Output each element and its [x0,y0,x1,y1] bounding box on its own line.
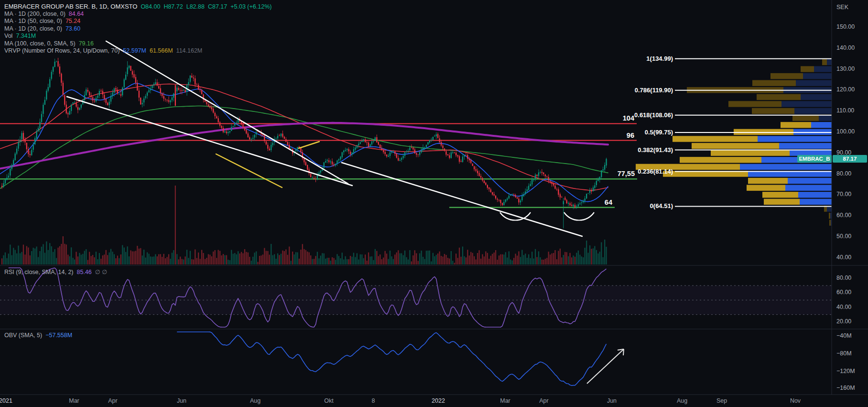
vrvp-down-volume-bar [764,199,800,205]
vrvp-up-volume-bar [785,185,832,191]
vrvp-up-volume-bar [811,122,832,128]
vrvp-up-volume-bar [796,80,832,86]
last-price-axis-badge[interactable]: 87.17 [833,155,867,163]
vrvp-down-volume-bar [781,122,811,128]
trendline [299,142,319,148]
vrvp-up-volume-bar [803,73,832,79]
vrvp-up-volume-bar [827,59,832,65]
obv-line [177,332,606,385]
down-candle-bodies [1,61,592,207]
vrvp-down-volume-bar [822,59,827,65]
up-candle-bodies [3,62,607,207]
vrvp-down-volume-bar [829,220,831,226]
vrvp-down-volume-bar [762,192,798,198]
vrvp-down-volume-bar [673,136,758,142]
trendline [106,41,348,184]
volume-down-bars [1,186,592,264]
down-candle-wicks [2,58,591,209]
trading-chart-app: 150.00140.00130.00120.00110.00100.0090.0… [0,0,868,407]
vrvp-up-volume-bar [781,101,832,107]
vrvp-up-volume-bar [798,192,832,198]
vrvp-up-volume-bar [794,108,832,114]
chart-canvas[interactable] [0,0,868,407]
vrvp-down-volume-bar [801,66,814,72]
vrvp-down-volume-bar [734,129,793,135]
vrvp-down-volume-bar [636,164,740,170]
rsi-band-fill [0,286,832,315]
vrvp-down-volume-bar [752,80,796,86]
vrvp-up-volume-bar [814,66,832,72]
vrvp-down-volume-bar [680,157,761,163]
trendline [342,163,582,236]
vrvp-down-volume-bar [747,185,785,191]
vrvp-down-volume-bar [829,213,830,219]
vrvp-up-volume-bar [793,129,832,135]
vrvp-up-volume-bar [801,94,832,100]
vrvp-up-volume-bar [788,178,832,184]
last-price-symbol-badge: EMBRAC_B [797,155,832,163]
ma20-line [0,83,608,201]
trendline [216,154,282,187]
vrvp-up-volume-bar [800,199,832,205]
vrvp-down-volume-bar [757,94,801,100]
volume-up-bars [3,240,607,264]
vrvp-up-volume-bar [779,143,832,149]
trendline [67,97,352,186]
vrvp-down-volume-bar [792,115,819,121]
vrvp-down-volume-bar [692,143,779,149]
vrvp-down-volume-bar [728,101,781,107]
double-bottom-arc [564,212,594,220]
vrvp-down-volume-bar [752,108,794,114]
ma100-line [0,106,608,189]
vrvp-down-volume-bar [770,73,803,79]
vrvp-down-volume-bar [711,150,790,156]
vrvp-up-volume-bar [740,164,832,170]
vrvp-down-volume-bar [748,178,788,184]
vrvp-up-volume-bar [758,136,832,142]
up-candle-wicks [4,59,607,229]
vrvp-up-volume-bar [819,115,832,121]
